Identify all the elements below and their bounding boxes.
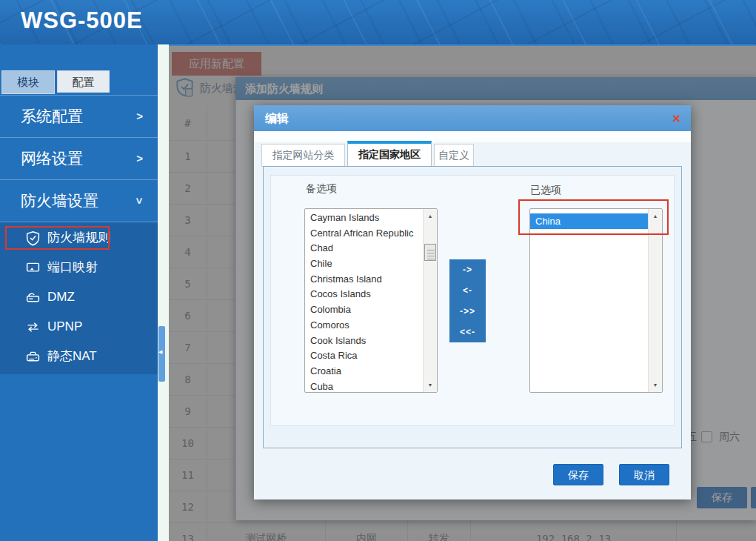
sidebar-item-firewall-rules[interactable]: 防火墙规则	[0, 223, 158, 253]
selected-label: 已选项	[530, 184, 561, 197]
main-content: 应用新配置 防火墙规则 # 1允许 2允许 3 4 5 6 7Allow 8 9…	[169, 44, 756, 541]
sidebar-item-static-nat[interactable]: 静态NAT	[0, 342, 158, 371]
app-header: WSG-500E	[0, 0, 756, 44]
list-item[interactable]: Costa Rica	[305, 348, 424, 364]
list-item[interactable]: Cocos Islands	[305, 287, 424, 302]
list-item[interactable]: Croatia	[305, 364, 424, 379]
tab-country-region[interactable]: 指定国家地区	[347, 141, 432, 167]
sidebar-tab-modules[interactable]: 模块	[1, 70, 55, 94]
list-item[interactable]: Cuba	[305, 379, 424, 393]
list-item[interactable]: Chile	[305, 256, 424, 272]
tab-website-category[interactable]: 指定网站分类	[261, 144, 345, 167]
selected-list[interactable]: China ▲ ▼	[529, 208, 663, 393]
move-all-right-button[interactable]: ->>	[449, 301, 486, 322]
cancel-button[interactable]: 取消	[619, 464, 669, 485]
move-all-left-button[interactable]: <<-	[449, 322, 486, 342]
app-title: WSG-500E	[21, 7, 143, 34]
dmz-device-icon	[25, 290, 41, 305]
available-list[interactable]: Cayman Islands Central African Republic …	[304, 208, 438, 393]
save-button[interactable]: 保存	[553, 464, 603, 485]
scrollbar[interactable]: ▲ ▼	[423, 209, 437, 392]
scroll-up-icon[interactable]: ▲	[649, 210, 662, 222]
sidebar-collapse-handle[interactable]: ◀	[158, 326, 165, 382]
chevron-right-icon: >	[136, 138, 143, 179]
list-item[interactable]: Central African Republic	[305, 226, 424, 242]
collapse-arrow-icon: ◀	[158, 349, 162, 355]
scroll-down-icon[interactable]: ▼	[424, 379, 437, 391]
chevron-down-icon: >	[119, 198, 161, 205]
sidebar-item-dmz[interactable]: DMZ	[0, 282, 158, 312]
sidebar: 模块 配置 系统配置 > 网络设置 > 防火墙设置 > 防火墙规则 端口映射	[0, 44, 158, 541]
sidebar-group-network-settings[interactable]: 网络设置 >	[0, 137, 158, 179]
sidebar-submenu-firewall: 防火墙规则 端口映射 DMZ UPNP 静态NAT	[0, 222, 158, 374]
list-item[interactable]: Colombia	[305, 302, 424, 318]
list-item[interactable]: Cook Islands	[305, 333, 424, 349]
move-left-button[interactable]: <-	[449, 280, 486, 301]
tab-custom[interactable]: 自定义	[434, 144, 474, 167]
list-item-selected[interactable]: China	[530, 213, 649, 229]
scroll-up-icon[interactable]: ▲	[424, 210, 437, 222]
scroll-down-icon[interactable]: ▼	[649, 379, 662, 391]
list-item[interactable]: Chad	[305, 241, 424, 256]
sidebar-gutter	[158, 44, 169, 541]
list-item[interactable]: Comoros	[305, 318, 424, 333]
edit-modal: 编辑 × 指定网站分类 指定国家地区 自定义 备选项 已选项 Cayman Is…	[254, 105, 691, 499]
modal-header: 编辑 ×	[254, 105, 691, 131]
port-mapping-icon	[25, 260, 41, 276]
shield-check-icon	[25, 230, 41, 246]
sidebar-item-port-mapping[interactable]: 端口映射	[0, 253, 158, 282]
modal-title: 编辑	[265, 105, 289, 131]
close-icon[interactable]: ×	[672, 108, 680, 128]
list-item[interactable]: Cayman Islands	[305, 210, 424, 226]
sidebar-group-firewall-settings[interactable]: 防火墙设置 >	[0, 179, 158, 222]
sidebar-item-upnp[interactable]: UPNP	[0, 312, 158, 342]
static-nat-icon	[25, 349, 41, 365]
list-item[interactable]: Christmas Island	[305, 272, 424, 288]
scrollbar[interactable]: ▲ ▼	[648, 209, 662, 392]
transfer-buttons: -> <- ->> <<-	[449, 259, 486, 342]
available-label: 备选项	[306, 182, 337, 196]
chevron-right-icon: >	[136, 96, 143, 137]
scrollbar-thumb[interactable]	[424, 244, 436, 261]
sidebar-tab-config[interactable]: 配置	[57, 70, 110, 93]
upnp-arrows-icon	[25, 319, 41, 335]
move-right-button[interactable]: ->	[449, 259, 486, 280]
sidebar-group-system-config[interactable]: 系统配置 >	[0, 95, 158, 137]
